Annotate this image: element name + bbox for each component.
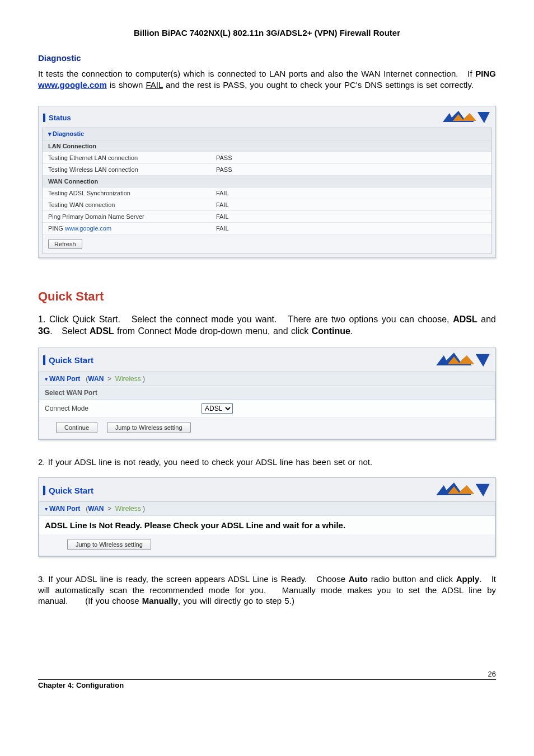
chapter-label: Chapter 4: Configuration [38,681,124,689]
lan-section-header: LAN Connection [43,140,491,152]
table-row: PING www.google.com FAIL [43,223,491,234]
status-panel: Status ▾Diagnostic LAN Connection Testin… [38,106,496,258]
doc-title: Billion BiPAC 7402NX(L) 802.11n 3G/ADSL2… [38,28,496,37]
panel-title: Quick Start [43,486,93,495]
wireless-link[interactable]: Wireless [115,505,141,513]
table-row: Testing Wireless LAN connection PASS [43,164,491,176]
refresh-button[interactable]: Refresh [48,239,82,249]
row-result: PASS [216,154,486,161]
table-row: Testing ADSL Synchronization FAIL [43,187,491,199]
jump-wireless-button[interactable]: Jump to Wireless setting [107,422,191,433]
breadcrumb: ▾WAN Port (WAN > Wireless ) [39,502,495,516]
table-row: Ping Primary Domain Name Server FAIL [43,211,491,223]
select-wan-port-header: Select WAN Port [39,386,495,400]
adsl-not-ready-message: ADSL Line Is Not Ready. Please Check you… [39,516,495,534]
page-number: 26 [488,670,496,678]
row-label: Testing ADSL Synchronization [48,190,216,196]
text: and the rest is PASS, you ought to check… [163,80,474,90]
jump-wireless-button[interactable]: Jump to Wireless setting [67,539,151,550]
row-label: Testing Ethernet LAN connection [48,154,216,161]
google-link[interactable]: www.google.com [38,80,107,90]
page-footer: Chapter 4: Configuration 26 [38,679,496,689]
nav-diagnostic[interactable]: ▾Diagnostic [43,128,491,140]
table-row: Testing Ethernet LAN connection PASS [43,152,491,164]
brand-logo [435,481,491,499]
table-row: Testing WAN connection FAIL [43,199,491,211]
row-label: PING www.google.com [48,225,216,232]
text-underline: FAIL [146,80,163,90]
row-label: Ping Primary Domain Name Server [48,213,216,220]
step1-text: 1. Click Quick Start. Select the connect… [38,314,496,337]
text-bold: PING [475,69,496,78]
quickstart-panel-2: Quick Start ▾WAN Port (WAN > Wireless ) … [38,477,496,557]
text: It tests the connection to computer(s) w… [38,69,475,78]
connect-mode-row: Connect Mode ADSL [39,400,495,417]
continue-button[interactable]: Continue [56,422,97,433]
row-label: Testing Wireless LAN connection [48,166,216,173]
wireless-link[interactable]: Wireless [115,375,141,383]
quickstart-panel-1: Quick Start ▾WAN Port (WAN > Wireless ) … [38,348,496,440]
row-result: FAIL [216,190,486,196]
row-result: FAIL [216,225,486,232]
panel-title: Quick Start [43,355,93,365]
diagnostic-heading: Diagnostic [38,53,496,63]
row-label: Testing WAN connection [48,201,216,208]
connect-mode-select[interactable]: ADSL [202,403,233,414]
panel-title: Status [43,114,71,122]
step3-text: 3. If your ADSL line is ready, the scree… [38,574,496,607]
text: is shown [107,80,146,90]
row-result: PASS [216,166,486,173]
row-result: FAIL [216,201,486,208]
connect-mode-label: Connect Mode [45,405,202,412]
wan-section-header: WAN Connection [43,176,491,187]
diagnostic-intro: It tests the connection to computer(s) w… [38,68,496,90]
ping-host: www.google.com [65,225,111,232]
brand-logo [435,351,491,369]
brand-logo [442,110,491,125]
breadcrumb: ▾WAN Port (WAN > Wireless ) [39,372,495,386]
quick-start-heading: Quick Start [38,289,496,304]
step2-text: 2. If your ADSL line is not ready, you n… [38,457,496,468]
row-result: FAIL [216,213,486,220]
